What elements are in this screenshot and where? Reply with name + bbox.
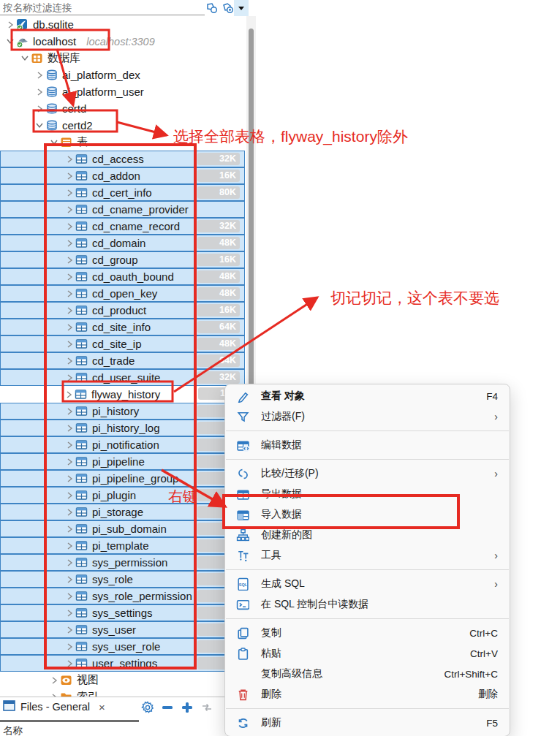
menu-item-工具[interactable]: 工具› bbox=[225, 545, 510, 566]
tree-item-pi_pipeline_group[interactable]: pi_pipeline_group bbox=[0, 470, 245, 487]
tree-item-sys_user_role[interactable]: sys_user_role bbox=[0, 638, 245, 655]
tree-item-sys_role_permission[interactable]: sys_role_permission bbox=[0, 588, 245, 604]
tree-item-user_settings[interactable]: user_settings bbox=[0, 655, 245, 672]
chevron-right-icon[interactable] bbox=[64, 523, 75, 535]
tree-item-cd_open_key[interactable]: cd_open_key48K bbox=[0, 285, 245, 302]
chevron-right-icon[interactable] bbox=[64, 238, 75, 249]
tree-item-cd_user_suite[interactable]: cd_user_suite32K bbox=[0, 369, 245, 386]
collapse-all-icon[interactable] bbox=[161, 701, 174, 714]
gear-icon[interactable] bbox=[141, 701, 154, 714]
chevron-right-icon[interactable] bbox=[34, 103, 45, 115]
chevron-right-icon[interactable] bbox=[64, 338, 75, 350]
tree-item-cd_site_ip[interactable]: cd_site_ip48K bbox=[0, 335, 245, 352]
tree-item-cd_site_info[interactable]: cd_site_info64K bbox=[0, 319, 245, 335]
close-icon[interactable]: × bbox=[99, 701, 105, 713]
expand-all-icon[interactable] bbox=[181, 701, 194, 714]
tree-item-视图[interactable]: 视图 bbox=[0, 672, 245, 688]
tree-item-cd_cname_provider[interactable]: cd_cname_provider bbox=[0, 201, 245, 218]
chevron-right-icon[interactable] bbox=[64, 153, 75, 165]
connection-filter-icon[interactable] bbox=[204, 1, 219, 15]
tree-item-pi_notification[interactable]: pi_notification bbox=[0, 436, 245, 453]
tree-item-cd_cert_info[interactable]: cd_cert_info80K bbox=[0, 184, 245, 201]
tree-item-cd_group[interactable]: cd_group16K bbox=[0, 251, 245, 268]
chevron-right-icon[interactable] bbox=[64, 305, 75, 316]
chevron-right-icon[interactable] bbox=[64, 170, 75, 182]
chevron-right-icon[interactable] bbox=[64, 490, 75, 501]
tree-item-cd_oauth_bound[interactable]: cd_oauth_bound48K bbox=[0, 268, 245, 285]
tree-item-localhost[interactable]: localhostlocalhost:3309 bbox=[0, 33, 245, 50]
chevron-right-icon[interactable] bbox=[64, 422, 75, 434]
menu-item-查看 对象[interactable]: 查看 对象F4 bbox=[225, 386, 510, 406]
menu-item-复制[interactable]: 复制Ctrl+C bbox=[225, 623, 510, 643]
tree-item-sys_role[interactable]: sys_role bbox=[0, 571, 245, 588]
menu-item-导入数据[interactable]: 导入数据 bbox=[225, 504, 510, 525]
menu-item-比较/迁移(P)[interactable]: 比较/迁移(P)› bbox=[225, 463, 510, 484]
tree-item-pi_sub_domain[interactable]: pi_sub_domain bbox=[0, 520, 245, 537]
chevron-right-icon[interactable] bbox=[64, 574, 75, 585]
tree-item-pi_template[interactable]: pi_template bbox=[0, 537, 245, 554]
menu-item-导出数据[interactable]: 导出数据 bbox=[225, 484, 510, 504]
menu-item-删除[interactable]: 删除删除 bbox=[225, 684, 510, 705]
chevron-right-icon[interactable] bbox=[64, 322, 75, 333]
filter-dropdown-button[interactable] bbox=[234, 0, 249, 16]
menu-item-创建新的图[interactable]: 创建新的图 bbox=[225, 525, 510, 545]
tab-files-general[interactable]: Files - General × bbox=[3, 700, 105, 713]
tree-item-ai_platform_user[interactable]: ai_platform_user bbox=[0, 83, 245, 100]
menu-item-在 SQL 控制台中读数据[interactable]: 在 SQL 控制台中读数据 bbox=[225, 594, 510, 615]
chevron-right-icon[interactable] bbox=[64, 624, 75, 636]
chevron-down-icon[interactable] bbox=[4, 36, 16, 48]
chevron-right-icon[interactable] bbox=[34, 69, 45, 81]
tree-item-cd_trade[interactable]: cd_trade64K bbox=[0, 352, 245, 369]
menu-item-复制高级信息[interactable]: 复制高级信息Ctrl+Shift+C bbox=[225, 664, 510, 684]
tree-item-pi_storage[interactable]: pi_storage bbox=[0, 504, 245, 520]
tree-item-cd_addon[interactable]: cd_addon16K bbox=[0, 167, 245, 184]
tree-item-flyway_history[interactable]: flyway_history16K bbox=[0, 386, 245, 403]
chevron-right-icon[interactable] bbox=[64, 473, 75, 485]
connection-filter-input[interactable] bbox=[0, 0, 205, 15]
tree-item-pi_pipeline[interactable]: pi_pipeline bbox=[0, 453, 245, 470]
chevron-right-icon[interactable] bbox=[64, 204, 75, 216]
tree-item-cd_domain[interactable]: cd_domain48K bbox=[0, 235, 245, 251]
menu-item-过滤器(F)[interactable]: 过滤器(F)› bbox=[225, 406, 510, 427]
tree-item-db.sqlite[interactable]: db.sqlite bbox=[0, 16, 245, 33]
chevron-right-icon[interactable] bbox=[4, 19, 16, 31]
tree-item-pi_history_log[interactable]: pi_history_log bbox=[0, 420, 245, 436]
chevron-right-icon[interactable] bbox=[64, 507, 75, 518]
tree-item-cd_cname_record[interactable]: cd_cname_record32K bbox=[0, 218, 245, 235]
chevron-right-icon[interactable] bbox=[64, 355, 75, 367]
chevron-right-icon[interactable] bbox=[64, 557, 75, 569]
chevron-down-icon[interactable] bbox=[19, 53, 31, 64]
active-connection-filter-icon[interactable] bbox=[220, 1, 235, 15]
chevron-right-icon[interactable] bbox=[64, 271, 75, 283]
tree-item-sys_settings[interactable]: sys_settings bbox=[0, 604, 245, 621]
menu-item-粘贴[interactable]: 粘贴Ctrl+V bbox=[225, 643, 510, 664]
chevron-down-icon[interactable] bbox=[48, 137, 60, 148]
menu-item-刷新[interactable]: 刷新F5 bbox=[225, 713, 510, 733]
chevron-right-icon[interactable] bbox=[64, 456, 75, 468]
tree-item-certd2[interactable]: certd2 bbox=[0, 117, 245, 134]
chevron-right-icon[interactable] bbox=[64, 658, 75, 669]
chevron-right-icon[interactable] bbox=[64, 591, 75, 602]
chevron-right-icon[interactable] bbox=[64, 607, 75, 619]
tree-item-数据库[interactable]: 数据库 bbox=[0, 50, 245, 67]
tree-item-ai_platform_dex[interactable]: ai_platform_dex bbox=[0, 67, 245, 83]
chevron-right-icon[interactable] bbox=[64, 641, 75, 653]
tree-item-表[interactable]: 表 bbox=[0, 134, 245, 151]
tree-item-sys_permission[interactable]: sys_permission bbox=[0, 554, 245, 571]
tree-item-pi_plugin[interactable]: pi_plugin bbox=[0, 487, 245, 504]
chevron-right-icon[interactable] bbox=[64, 406, 75, 417]
chevron-right-icon[interactable] bbox=[64, 221, 75, 232]
link-with-editor-icon[interactable] bbox=[200, 701, 213, 714]
menu-item-生成 SQL[interactable]: SQL生成 SQL› bbox=[225, 574, 510, 594]
chevron-right-icon[interactable] bbox=[34, 86, 45, 98]
chevron-right-icon[interactable] bbox=[64, 254, 75, 266]
chevron-down-icon[interactable] bbox=[34, 120, 45, 132]
menu-item-编辑数据[interactable]: 编辑数据 bbox=[225, 435, 510, 455]
tree-item-certd[interactable]: certd bbox=[0, 100, 245, 117]
chevron-right-icon[interactable] bbox=[64, 187, 75, 199]
tree-item-cd_product[interactable]: cd_product16K bbox=[0, 302, 245, 319]
tree-item-sys_user[interactable]: sys_user bbox=[0, 621, 245, 638]
chevron-right-icon[interactable] bbox=[64, 372, 75, 384]
tree-item-pi_history[interactable]: pi_history bbox=[0, 403, 245, 420]
chevron-right-icon[interactable] bbox=[48, 675, 60, 686]
